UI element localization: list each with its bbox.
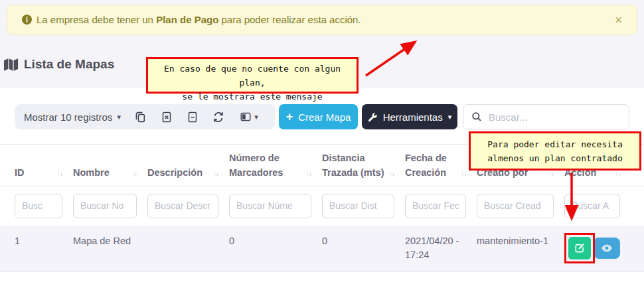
- column-header-id[interactable]: ID↑↓: [15, 145, 73, 186]
- cell-distancia: 0: [322, 226, 405, 272]
- file-text-icon: [187, 111, 198, 123]
- wrench-icon: [368, 112, 378, 122]
- show-entries-label: Mostrar 10 registros: [24, 111, 112, 123]
- sort-icon[interactable]: ↑↓: [213, 169, 218, 180]
- filter-input-descripcion[interactable]: [147, 194, 218, 218]
- cell-nombre: Mapa de Red: [73, 226, 147, 272]
- sort-icon[interactable]: ↑↓: [461, 169, 466, 180]
- table-filter-row: [0, 186, 644, 226]
- columns-icon: [240, 111, 252, 122]
- caret-down-icon: ▾: [254, 113, 258, 121]
- alert-message: La empresa debe tener un Plan de Pago pa…: [37, 14, 361, 25]
- refresh-button[interactable]: [212, 111, 224, 123]
- filter-input-id[interactable]: [15, 194, 62, 218]
- column-header-nombre[interactable]: Nombre↑↓: [73, 145, 147, 186]
- export-file-button[interactable]: [187, 111, 198, 123]
- column-header-fecha[interactable]: Fecha de Creación↑↓: [405, 145, 477, 186]
- info-icon: [22, 15, 32, 25]
- cell-id: 1: [15, 226, 73, 272]
- export-icons: ▾: [127, 111, 266, 123]
- column-header-marcadores[interactable]: Número de Marcadores↑↓: [229, 145, 322, 186]
- annotation-note-plan-message: En caso de que no cuente con algun plan,…: [146, 57, 359, 94]
- filter-input-nombre[interactable]: [73, 194, 137, 218]
- tools-label: Herramientas: [383, 111, 443, 123]
- page-title-text: Lista de Mapas: [24, 57, 114, 72]
- sort-icon[interactable]: ↑↓: [131, 169, 137, 180]
- search-box: [463, 104, 629, 129]
- map-icon: [4, 58, 19, 71]
- cell-creado-por: mantenimiento-1: [477, 226, 564, 272]
- eye-icon: [601, 244, 613, 253]
- sort-icon[interactable]: ↑↓: [306, 169, 311, 180]
- refresh-icon: [212, 111, 224, 123]
- filter-input-accion[interactable]: [564, 194, 620, 218]
- edit-map-button[interactable]: [568, 237, 591, 259]
- search-input[interactable]: [489, 111, 621, 123]
- copy-icon: [135, 111, 146, 123]
- datatable-button-group: Mostrar 10 registros ▾ ▾: [15, 104, 275, 129]
- sort-icon[interactable]: ↑↓: [57, 169, 62, 180]
- annotation-highlight-box: [564, 233, 595, 263]
- payment-plan-alert: La empresa debe tener un Plan de Pago pa…: [7, 5, 637, 35]
- filter-input-distancia[interactable]: [322, 194, 394, 218]
- export-excel-button[interactable]: [161, 111, 172, 123]
- cell-fecha: 2021/04/20 - 17:24: [405, 226, 477, 272]
- caret-down-icon: ▾: [117, 113, 121, 121]
- filter-input-fecha[interactable]: [405, 194, 466, 218]
- create-map-button[interactable]: + Crear Mapa: [279, 104, 358, 129]
- filter-input-creado-por[interactable]: [477, 194, 554, 218]
- column-visibility-button[interactable]: ▾: [240, 111, 258, 122]
- cell-actions: [564, 226, 631, 272]
- annotation-note-edit-plan: Para poder editar necesita almenos un pl…: [469, 131, 641, 171]
- tools-dropdown-button[interactable]: Herramientas ▾: [362, 104, 457, 129]
- excel-file-icon: [161, 111, 172, 123]
- create-map-label: Crear Mapa: [298, 111, 351, 123]
- filter-input-marcadores[interactable]: [229, 194, 311, 218]
- table-toolbar: Mostrar 10 registros ▾ ▾: [15, 104, 629, 129]
- copy-button[interactable]: [135, 111, 146, 123]
- view-map-button[interactable]: [594, 238, 620, 259]
- search-icon: [471, 111, 482, 122]
- edit-icon: [574, 243, 585, 253]
- sort-icon[interactable]: ↑↓: [389, 169, 394, 180]
- caret-down-icon: ▾: [448, 113, 452, 121]
- table-row: 1 Mapa de Red 0 0 2021/04/20 - 17:24 man…: [0, 226, 644, 273]
- plus-icon: +: [286, 111, 293, 123]
- close-icon[interactable]: ×: [615, 14, 622, 26]
- column-header-descripcion[interactable]: Descripción↑↓: [147, 145, 229, 186]
- cell-marcadores: 0: [229, 226, 322, 272]
- column-header-distancia[interactable]: Distancia Trazada (mts)↑↓: [322, 145, 405, 186]
- content-card: Mostrar 10 registros ▾ ▾: [0, 88, 644, 284]
- show-entries-dropdown[interactable]: Mostrar 10 registros ▾: [24, 111, 121, 123]
- page-title: Lista de Mapas: [4, 57, 114, 72]
- cell-descripcion: [147, 226, 229, 272]
